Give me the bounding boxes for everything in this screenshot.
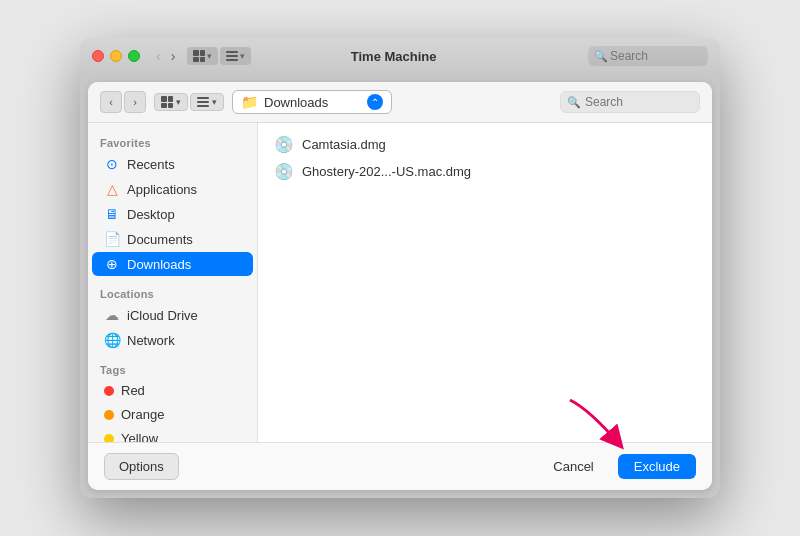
dialog-body: Favorites ⊙ Recents △ Applications 🖥 Des… (88, 123, 712, 442)
title-bar: ‹ › ▾ ▾ Time Machine 🔍 (80, 38, 720, 74)
dialog-footer: Options Cancel Exclude (88, 442, 712, 490)
back-button[interactable]: ‹ (152, 46, 165, 66)
outer-window: ‹ › ▾ ▾ Time Machine 🔍 ‹ › (80, 38, 720, 498)
toolbar-search-wrapper: 🔍 (560, 91, 700, 113)
forward-button[interactable]: › (167, 46, 180, 66)
sidebar-item-documents[interactable]: 📄 Documents (92, 227, 253, 251)
sidebar-item-icloud-label: iCloud Drive (127, 308, 198, 323)
toolbar-view-group: ▾ ▾ (154, 93, 224, 111)
toolbar-list-view-button[interactable]: ▾ (190, 93, 224, 111)
sidebar-item-applications-label: Applications (127, 182, 197, 197)
sidebar-item-network-label: Network (127, 333, 175, 348)
tags-label: Tags (88, 360, 257, 378)
sidebar-item-tag-yellow[interactable]: Yellow (92, 427, 253, 442)
network-icon: 🌐 (104, 332, 120, 348)
sidebar-item-documents-label: Documents (127, 232, 193, 247)
applications-icon: △ (104, 181, 120, 197)
sidebar-item-downloads[interactable]: ⊕ Downloads (92, 252, 253, 276)
sidebar-item-recents-label: Recents (127, 157, 175, 172)
location-bar[interactable]: 📁 Downloads ⌃ (232, 90, 392, 114)
favorites-label: Favorites (88, 133, 257, 151)
tag-yellow-dot (104, 434, 114, 443)
maximize-button[interactable] (128, 50, 140, 62)
file-item-1[interactable]: 💿 Ghostery-202...-US.mac.dmg (266, 158, 704, 185)
traffic-lights (92, 50, 140, 62)
toolbar-search-input[interactable] (560, 91, 700, 113)
sidebar-item-desktop-label: Desktop (127, 207, 175, 222)
sidebar-item-desktop[interactable]: 🖥 Desktop (92, 202, 253, 226)
cancel-button[interactable]: Cancel (539, 454, 607, 479)
file-icon-0: 💿 (274, 135, 294, 154)
sidebar-item-tag-orange[interactable]: Orange (92, 403, 253, 426)
toolbar-icon-view-button[interactable]: ▾ (154, 93, 188, 111)
recents-icon: ⊙ (104, 156, 120, 172)
downloads-icon: ⊕ (104, 256, 120, 272)
location-chevron: ⌃ (367, 94, 383, 110)
inner-dialog: ‹ › ▾ ▾ 📁 Downloads ⌃ 🔍 (88, 82, 712, 490)
outer-search-wrapper: 🔍 (588, 46, 708, 66)
file-list: 💿 Camtasia.dmg 💿 Ghostery-202...-US.mac.… (258, 123, 712, 442)
sidebar-item-network[interactable]: 🌐 Network (92, 328, 253, 352)
minimize-button[interactable] (110, 50, 122, 62)
footer-right: Cancel Exclude (539, 454, 696, 479)
sidebar-item-icloud[interactable]: ☁ iCloud Drive (92, 303, 253, 327)
window-title: Time Machine (199, 49, 588, 64)
location-text: Downloads (264, 95, 328, 110)
icloud-icon: ☁ (104, 307, 120, 323)
close-button[interactable] (92, 50, 104, 62)
locations-label: Locations (88, 284, 257, 302)
file-item-0[interactable]: 💿 Camtasia.dmg (266, 131, 704, 158)
sidebar-item-downloads-label: Downloads (127, 257, 191, 272)
tag-yellow-label: Yellow (121, 431, 158, 442)
exclude-button[interactable]: Exclude (618, 454, 696, 479)
options-button[interactable]: Options (104, 453, 179, 480)
dialog-toolbar: ‹ › ▾ ▾ 📁 Downloads ⌃ 🔍 (88, 82, 712, 123)
tag-orange-dot (104, 410, 114, 420)
folder-icon: 📁 (241, 94, 258, 110)
sidebar-item-recents[interactable]: ⊙ Recents (92, 152, 253, 176)
desktop-icon: 🖥 (104, 206, 120, 222)
sidebar-item-applications[interactable]: △ Applications (92, 177, 253, 201)
documents-icon: 📄 (104, 231, 120, 247)
toolbar-forward-button[interactable]: › (124, 91, 146, 113)
tag-red-dot (104, 386, 114, 396)
sidebar-item-tag-red[interactable]: Red (92, 379, 253, 402)
tag-red-label: Red (121, 383, 145, 398)
file-name-1: Ghostery-202...-US.mac.dmg (302, 164, 471, 179)
sidebar: Favorites ⊙ Recents △ Applications 🖥 Des… (88, 123, 258, 442)
nav-arrows: ‹ › (152, 46, 179, 66)
toolbar-back-button[interactable]: ‹ (100, 91, 122, 113)
tag-orange-label: Orange (121, 407, 164, 422)
file-icon-1: 💿 (274, 162, 294, 181)
outer-search-icon: 🔍 (594, 50, 608, 63)
toolbar-nav: ‹ › (100, 91, 146, 113)
file-name-0: Camtasia.dmg (302, 137, 386, 152)
